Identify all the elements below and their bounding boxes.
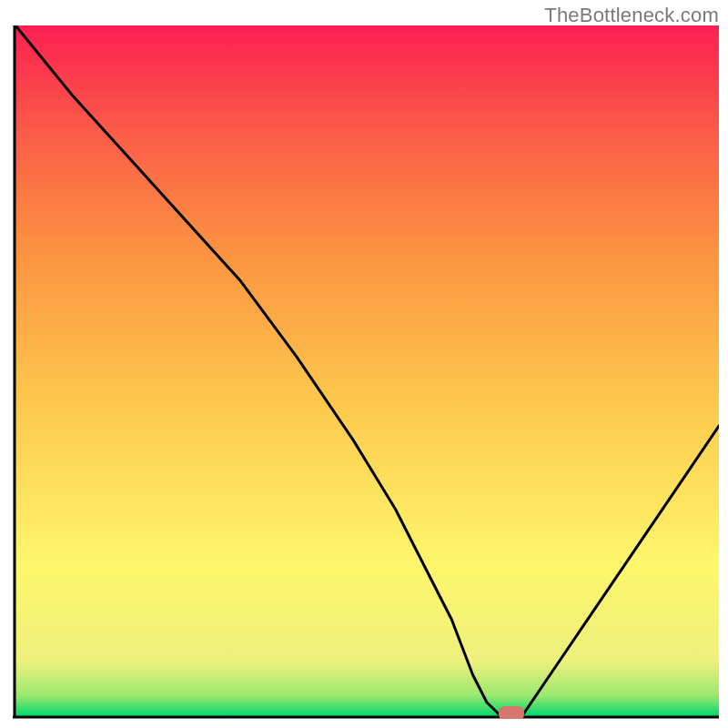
bottleneck-chart [13, 25, 719, 719]
gradient-background [15, 25, 719, 716]
chart-container: TheBottleneck.com [0, 0, 728, 728]
watermark-text: TheBottleneck.com [544, 4, 719, 27]
optimal-point-marker [499, 706, 524, 719]
